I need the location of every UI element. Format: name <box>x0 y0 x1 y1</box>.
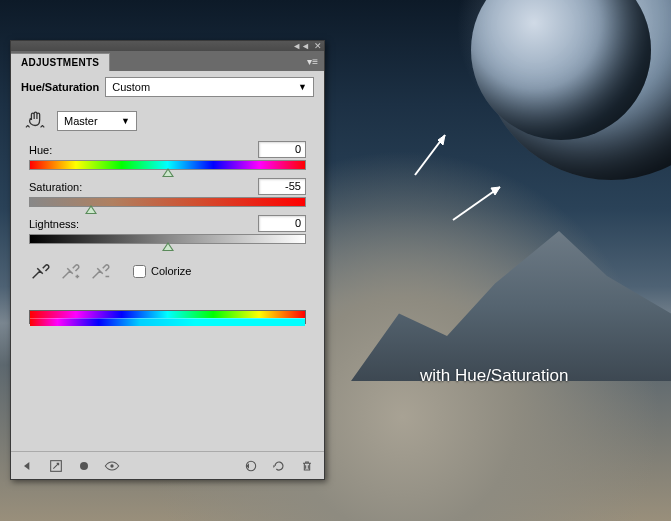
color-range-bar[interactable] <box>29 310 306 324</box>
chevron-down-icon: ▼ <box>298 82 307 92</box>
svg-marker-3 <box>491 187 500 195</box>
saturation-input[interactable]: -55 <box>258 178 306 195</box>
saturation-thumb[interactable] <box>85 205 97 214</box>
colorize-label: Colorize <box>151 265 191 277</box>
svg-point-6 <box>110 464 113 467</box>
svg-point-5 <box>80 462 88 470</box>
hue-label: Hue: <box>29 144 52 156</box>
preset-row: Hue/Saturation Custom ▼ <box>11 71 324 103</box>
saturation-label: Saturation: <box>29 181 82 193</box>
caption-text: with Hue/Saturation <box>420 366 568 386</box>
chevron-down-icon: ▼ <box>121 116 130 126</box>
adjustment-title: Hue/Saturation <box>21 81 99 93</box>
colorize-checkbox[interactable]: Colorize <box>133 265 191 278</box>
preset-value: Custom <box>112 81 150 93</box>
reset-icon[interactable] <box>270 457 288 475</box>
previous-state-icon[interactable] <box>242 457 260 475</box>
trash-icon[interactable] <box>298 457 316 475</box>
targeted-adjustment-icon[interactable] <box>25 109 47 133</box>
eyedropper-icon[interactable] <box>29 260 51 282</box>
adjustments-panel: ◄◄ ✕ ADJUSTMENTS ▾≡ Hue/Saturation Custo… <box>10 40 325 480</box>
preset-select[interactable]: Custom ▼ <box>105 77 314 97</box>
panel-titlebar: ◄◄ ✕ <box>11 41 324 51</box>
eyedropper-plus-icon[interactable] <box>59 260 81 282</box>
close-icon[interactable]: ✕ <box>314 41 322 51</box>
collapse-icon[interactable]: ◄◄ <box>292 41 310 51</box>
edit-row: Master ▼ <box>11 103 324 139</box>
hue-slider-block: Hue: 0 <box>11 139 324 176</box>
lightness-label: Lightness: <box>29 218 79 230</box>
hue-thumb[interactable] <box>162 168 174 177</box>
visibility-icon[interactable] <box>103 457 121 475</box>
tab-adjustments[interactable]: ADJUSTMENTS <box>11 53 110 71</box>
annotation-arrow <box>445 175 515 235</box>
back-icon[interactable] <box>19 457 37 475</box>
saturation-slider[interactable] <box>29 197 306 207</box>
edit-select[interactable]: Master ▼ <box>57 111 137 131</box>
saturation-slider-block: Saturation: -55 <box>11 176 324 213</box>
panel-footer <box>11 451 324 479</box>
lightness-input[interactable]: 0 <box>258 215 306 232</box>
expand-view-icon[interactable] <box>47 457 65 475</box>
hue-input[interactable]: 0 <box>258 141 306 158</box>
eyedropper-row: Colorize <box>11 250 324 292</box>
eyedropper-minus-icon[interactable] <box>89 260 111 282</box>
edit-value: Master <box>64 115 98 127</box>
lightness-thumb[interactable] <box>162 242 174 251</box>
lightness-slider-block: Lightness: 0 <box>11 213 324 250</box>
lightness-slider[interactable] <box>29 234 306 244</box>
colorize-input[interactable] <box>133 265 146 278</box>
panel-tab-row: ADJUSTMENTS ▾≡ <box>11 51 324 71</box>
clip-to-layer-icon[interactable] <box>75 457 93 475</box>
panel-menu-icon[interactable]: ▾≡ <box>301 56 324 67</box>
hue-slider[interactable] <box>29 160 306 170</box>
